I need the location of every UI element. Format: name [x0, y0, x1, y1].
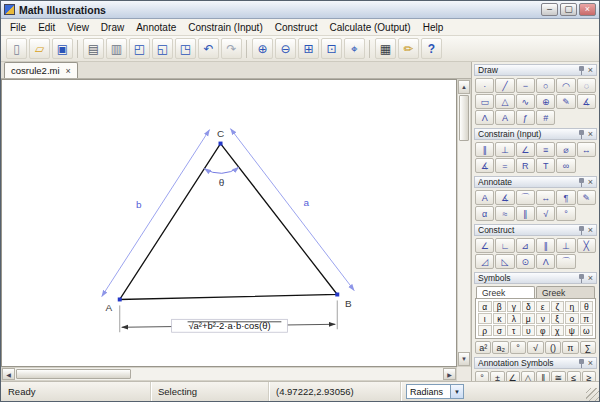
close-icon[interactable]: × — [588, 226, 593, 235]
draw-tool-button[interactable]: ✎ — [556, 94, 575, 109]
close-icon[interactable]: × — [588, 274, 593, 283]
constrain-tool-button[interactable]: ∞ — [556, 158, 575, 173]
zoom-window[interactable]: ⊞ — [298, 38, 319, 59]
annotate-tool-button[interactable]: ∥ — [516, 206, 535, 221]
draw-tool-button[interactable]: Λ — [475, 110, 494, 125]
annotate-tool-button[interactable]: ⌒ — [516, 190, 535, 205]
greek-letter-button[interactable]: χ — [551, 325, 565, 336]
draw-tool-button[interactable]: ╱ — [495, 78, 514, 93]
annotation-symbols-header[interactable]: Annotation Symbols × — [474, 357, 597, 369]
draw-tool-button[interactable]: A — [495, 110, 514, 125]
vertex-a[interactable] — [118, 297, 122, 301]
grid[interactable]: ▦ — [375, 38, 396, 59]
annotation-symbol-button[interactable]: ∠ — [506, 371, 520, 381]
triangle[interactable] — [120, 144, 338, 300]
constrain-tool-button[interactable]: ≡ — [536, 142, 555, 157]
help[interactable]: ? — [421, 38, 442, 59]
dimension-line-b[interactable] — [102, 130, 210, 297]
symbol-format-button[interactable]: ° — [510, 341, 526, 354]
construct-tool-button[interactable]: Λ — [536, 254, 555, 269]
constrain-tool-button[interactable]: ∠ — [516, 142, 535, 157]
zoom-extents[interactable]: ⊡ — [321, 38, 342, 59]
constrain-panel-header[interactable]: Constrain (Input) × — [474, 128, 597, 140]
scroll-up-icon[interactable]: ▲ — [458, 80, 470, 94]
tab-greek-lower[interactable]: Greek Lower — [476, 286, 535, 298]
greek-letter-button[interactable]: λ — [507, 313, 521, 324]
dimension-line-a[interactable] — [230, 129, 354, 291]
draw-panel-header[interactable]: Draw × — [474, 64, 597, 76]
pin-icon[interactable] — [578, 226, 585, 235]
symbol-format-button[interactable]: π — [562, 341, 578, 354]
greek-letter-button[interactable]: φ — [536, 325, 550, 336]
constrain-tool-button[interactable]: ↔ — [577, 142, 596, 157]
draw-tool-button[interactable]: # — [536, 110, 555, 125]
vertex-c[interactable] — [219, 142, 223, 146]
scroll-down-icon[interactable]: ▼ — [458, 352, 470, 366]
pin-icon[interactable] — [578, 130, 585, 139]
horizontal-scroll-thumb[interactable] — [16, 369, 131, 379]
annotate-tool-button[interactable]: ≈ — [495, 206, 514, 221]
annotation-symbol-button[interactable]: ± — [490, 371, 504, 381]
construct-tool-button[interactable]: ╳ — [577, 238, 596, 253]
greek-letter-button[interactable]: α — [478, 301, 492, 312]
horizontal-scrollbar[interactable]: ◀ ▶ — [1, 367, 457, 381]
view-front[interactable]: ◰ — [129, 38, 150, 59]
greek-letter-button[interactable]: ω — [580, 325, 594, 336]
redo[interactable]: ↷ — [221, 38, 242, 59]
menu-item[interactable]: Draw — [95, 20, 130, 35]
menu-item[interactable]: Constrain (Input) — [182, 20, 268, 35]
greek-letter-button[interactable]: β — [493, 301, 507, 312]
greek-letter-button[interactable]: ε — [536, 301, 550, 312]
greek-letter-button[interactable]: ν — [536, 313, 550, 324]
pin-icon[interactable] — [578, 66, 585, 75]
angle-label[interactable]: θ — [219, 177, 225, 188]
menu-item[interactable]: Calculate (Output) — [324, 20, 417, 35]
open[interactable]: ▱ — [29, 38, 50, 59]
formula-label[interactable]: √a²+b²-2·a·b·cos(θ) — [188, 320, 270, 331]
construct-tool-button[interactable]: ⊿ — [516, 238, 535, 253]
annotate-tool-button[interactable]: ∡ — [495, 190, 514, 205]
menu-item[interactable]: Help — [417, 20, 450, 35]
construct-tool-button[interactable]: ◺ — [495, 254, 514, 269]
annotate-tool-button[interactable]: ° — [556, 206, 575, 221]
close-icon[interactable]: × — [588, 178, 593, 187]
draw-tool-button[interactable]: △ — [495, 94, 514, 109]
zoom-out[interactable]: ⊖ — [275, 38, 296, 59]
greek-letter-button[interactable]: θ — [580, 301, 594, 312]
draw-tool-button[interactable]: ∿ — [516, 94, 535, 109]
pin-icon[interactable] — [578, 359, 585, 368]
view-top[interactable]: ◱ — [152, 38, 173, 59]
annotate-tool-button[interactable]: √ — [536, 206, 555, 221]
menu-item[interactable]: Edit — [32, 20, 61, 35]
draw-tool-button[interactable]: ○ — [536, 78, 555, 93]
annotation-symbol-button[interactable]: ∥ — [536, 371, 550, 381]
construct-panel-header[interactable]: Construct × — [474, 224, 597, 236]
menu-item[interactable]: View — [61, 20, 95, 35]
save[interactable]: ▣ — [52, 38, 73, 59]
construct-tool-button[interactable]: ⌒ — [556, 254, 575, 269]
view-side[interactable]: ◳ — [175, 38, 196, 59]
construct-tool-button[interactable]: ∠ — [475, 238, 494, 253]
separator[interactable] — [369, 40, 371, 58]
constrain-tool-button[interactable]: T — [536, 158, 555, 173]
constrain-tool-button[interactable]: = — [495, 158, 514, 173]
construct-tool-button[interactable]: ◿ — [475, 254, 494, 269]
close-icon[interactable]: × — [588, 66, 593, 75]
zoom-in[interactable]: ⊕ — [252, 38, 273, 59]
constrain-tool-button[interactable]: ∡ — [475, 158, 494, 173]
annotate-panel-header[interactable]: Annotate × — [474, 176, 597, 188]
draw-tool-button[interactable]: ◠ — [556, 78, 575, 93]
greek-letter-button[interactable]: γ — [507, 301, 521, 312]
symbol-format-button[interactable]: () — [545, 341, 561, 354]
greek-letter-button[interactable]: υ — [522, 325, 536, 336]
undo[interactable]: ↶ — [198, 38, 219, 59]
chevron-down-icon[interactable]: ▼ — [450, 385, 463, 398]
annotation-symbol-button[interactable]: △ — [521, 371, 535, 381]
units-dropdown[interactable]: Radians ▼ — [406, 384, 464, 399]
draw-tool-button[interactable]: ⊕ — [536, 94, 555, 109]
annotate-tool-button[interactable]: ¶ — [556, 190, 575, 205]
options[interactable]: ✏ — [398, 38, 419, 59]
greek-letter-button[interactable]: ζ — [551, 301, 565, 312]
greek-letter-button[interactable]: ξ — [551, 313, 565, 324]
annotation-symbol-button[interactable]: ° — [475, 371, 489, 381]
